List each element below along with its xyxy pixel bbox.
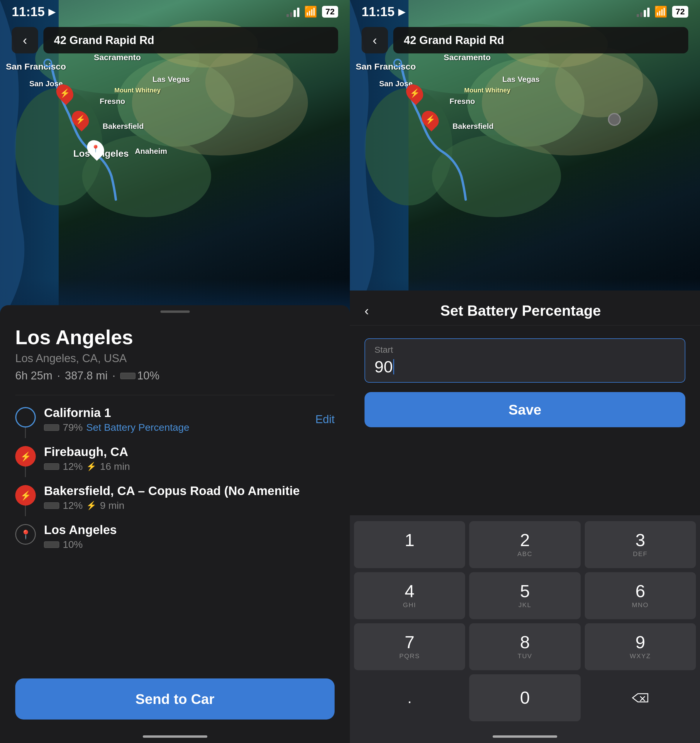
battery-bar-3 <box>44 502 59 509</box>
signal-bars-left <box>286 6 300 17</box>
status-bar-left: 11:15 ▶ 📶 72 <box>0 0 350 24</box>
address-text-right: 42 Grand Rapid Rd <box>404 34 504 47</box>
map-label-bakersfield-r: Bakersfield <box>452 122 493 131</box>
stop-details-firebaugh: 12% ⚡ 16 min <box>44 461 335 472</box>
stop-connector-3 <box>25 506 26 516</box>
battery-bar-2 <box>44 463 59 470</box>
start-value-text: 90 <box>375 357 393 376</box>
address-bar-left: 42 Grand Rapid Rd <box>43 27 338 53</box>
location-icon-right: ▶ <box>398 7 405 17</box>
stop-battery-4: 10% <box>63 539 83 550</box>
key-3[interactable]: 3 DEF <box>585 521 696 568</box>
signal-bars-right <box>636 6 650 17</box>
sheet-handle <box>160 311 190 313</box>
set-battery-percentage-link[interactable]: Set Battery Percentage <box>86 422 189 433</box>
map-label-mount-whitney-r: Mount Whitney <box>464 87 511 94</box>
stop-icon-firebaugh: ⚡ <box>15 446 36 466</box>
stop-details-la: 10% <box>44 539 335 550</box>
key-7[interactable]: 7 PQRS <box>354 623 465 670</box>
key-1[interactable]: 1 <box>354 521 465 568</box>
keypad-row-4: . 0 <box>354 674 696 721</box>
key-2[interactable]: 2 ABC <box>469 521 580 568</box>
status-bar-right: 11:15 ▶ 📶 72 <box>350 0 700 24</box>
key-6[interactable]: 6 MNO <box>585 572 696 619</box>
back-button-left[interactable]: ‹ <box>12 27 38 53</box>
status-icons-right: 📶 72 <box>636 6 688 18</box>
send-to-car-button[interactable]: Send to Car <box>15 678 335 719</box>
address-text-left: 42 Grand Rapid Rd <box>54 34 154 47</box>
map-label-bakersfield: Bakersfield <box>103 122 144 131</box>
chevron-left-icon: ‹ <box>23 33 27 47</box>
home-indicator-right <box>493 736 557 738</box>
stop-icon-la: 📍 <box>15 524 36 545</box>
key-8[interactable]: 8 TUV <box>469 623 580 670</box>
start-input-label: Start <box>375 345 675 355</box>
status-time-left: 11:15 ▶ <box>12 4 55 19</box>
trip-info: 6h 25m · 387.8 mi · 10% <box>15 370 335 382</box>
status-icons-left: 📶 72 <box>286 6 338 18</box>
map-label-mount-whitney: Mount Whitney <box>114 87 161 94</box>
trip-battery-percent: 10% <box>137 370 159 382</box>
stop-connector-2 <box>25 466 26 477</box>
wifi-icon-right: 📶 <box>654 6 668 18</box>
stop-name-california1: California 1 <box>44 406 307 420</box>
map-label-anaheim: Anaheim <box>135 147 167 156</box>
stop-connector-1 <box>25 428 26 438</box>
battery-sheet: ‹ Set Battery Percentage Start 90 Save 1 <box>350 290 700 743</box>
stop-name-firebaugh: Firebaugh, CA <box>44 445 335 459</box>
stop-icon-start <box>15 407 36 428</box>
trip-battery-indicator: 10% <box>120 370 159 382</box>
stop-content-firebaugh: Firebaugh, CA 12% ⚡ 16 min <box>44 445 335 472</box>
key-5[interactable]: 5 JKL <box>469 572 580 619</box>
right-phone-panel: Sacramento San Francisco San Jose Fresno… <box>350 0 700 743</box>
start-input-wrapper[interactable]: Start 90 <box>365 338 685 383</box>
stop-details-bakersfield: 12% ⚡ 9 min <box>44 500 335 511</box>
map-label-sacramento: Sacramento <box>94 53 141 62</box>
map-label-las-vegas-r: Las Vegas <box>502 75 540 84</box>
key-backspace[interactable] <box>585 674 696 721</box>
backspace-icon <box>631 691 649 704</box>
stop-charge-time-3: 9 min <box>100 500 124 511</box>
left-phone-panel: Sacramento San Francisco San Jose Fresno… <box>0 0 350 743</box>
battery-indicator-right: 72 <box>672 6 688 18</box>
battery-bar-1 <box>44 424 59 431</box>
stop-content-la: Los Angeles 10% <box>44 523 335 550</box>
battery-sheet-back-button[interactable]: ‹ <box>365 303 369 318</box>
back-button-right[interactable]: ‹ <box>362 27 388 53</box>
route-stop-la: 📍 Los Angeles 10% <box>15 523 335 550</box>
stop-name-bakersfield: Bakersfield, CA – Copus Road (No Ameniti… <box>44 484 335 498</box>
destination-subtitle: Los Angeles, CA, USA <box>15 352 335 365</box>
stop-name-la: Los Angeles <box>44 523 335 537</box>
text-cursor <box>393 359 394 374</box>
trip-distance: 387.8 mi <box>65 370 108 382</box>
key-9[interactable]: 9 WXYZ <box>585 623 696 670</box>
stop-content-bakersfield: Bakersfield, CA – Copus Road (No Ameniti… <box>44 484 335 511</box>
battery-bar-4 <box>44 542 59 548</box>
address-bar-right: 42 Grand Rapid Rd <box>393 27 688 53</box>
map-label-sf-r: San Francisco <box>356 62 416 72</box>
svg-point-13 <box>482 50 658 155</box>
key-4[interactable]: 4 GHI <box>354 572 465 619</box>
stop-battery-3: 12% <box>63 500 83 511</box>
keypad-row-2: 4 GHI 5 JKL 6 MNO <box>354 572 696 619</box>
keypad-row-1: 1 2 ABC 3 DEF <box>354 521 696 568</box>
keypad-row-3: 7 PQRS 8 TUV 9 WXYZ <box>354 623 696 670</box>
stop-icon-bakersfield: ⚡ <box>15 485 36 506</box>
key-0[interactable]: 0 <box>469 674 580 721</box>
route-stop-firebaugh: ⚡ Firebaugh, CA 12% ⚡ 16 min <box>15 445 335 472</box>
route-stop-bakersfield: ⚡ Bakersfield, CA – Copus Road (No Ameni… <box>15 484 335 511</box>
location-icon: ▶ <box>49 7 55 17</box>
charge-icon-2: ⚡ <box>86 462 96 471</box>
key-dot[interactable]: . <box>354 674 465 721</box>
charge-icon-3: ⚡ <box>86 500 96 510</box>
battery-input-section: Start 90 Save <box>350 326 700 440</box>
battery-bar-small <box>120 373 136 379</box>
save-button[interactable]: Save <box>365 392 685 427</box>
battery-sheet-header: ‹ Set Battery Percentage <box>350 290 700 326</box>
stop-battery-2: 12% <box>63 461 83 472</box>
stop-edit-button[interactable]: Edit <box>316 413 335 426</box>
home-indicator-left <box>143 736 207 738</box>
route-stop-california1: California 1 79% Set Battery Percentage … <box>15 406 335 433</box>
stop-details-california1: 79% Set Battery Percentage <box>44 422 307 433</box>
svg-point-6 <box>132 50 308 155</box>
